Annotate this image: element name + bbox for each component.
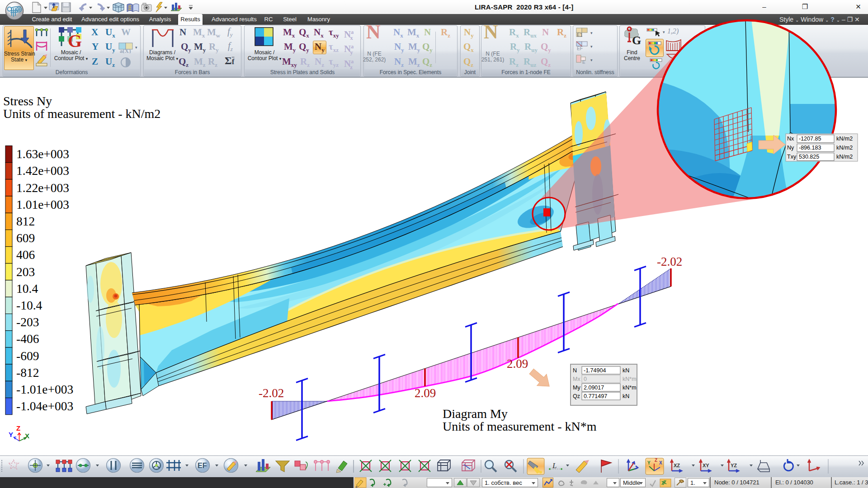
svg-text:E1: E1: [577, 33, 583, 38]
svg-text:YZ: YZ: [731, 463, 737, 468]
svg-text:G: G: [68, 31, 82, 49]
svg-text:X: X: [659, 460, 662, 465]
svg-text:G: G: [632, 34, 641, 47]
svg-text:XY: XY: [703, 463, 709, 468]
svg-text:Y: Y: [647, 460, 651, 465]
svg-text:E: E: [582, 60, 585, 65]
svg-text:Z: Z: [655, 458, 657, 463]
svg-text:EF: EF: [198, 462, 207, 469]
svg-text:a(X): a(X): [120, 47, 131, 53]
svg-text:L: L: [552, 461, 557, 470]
svg-text:XZ: XZ: [674, 463, 680, 468]
svg-text:EF: EF: [577, 46, 583, 51]
